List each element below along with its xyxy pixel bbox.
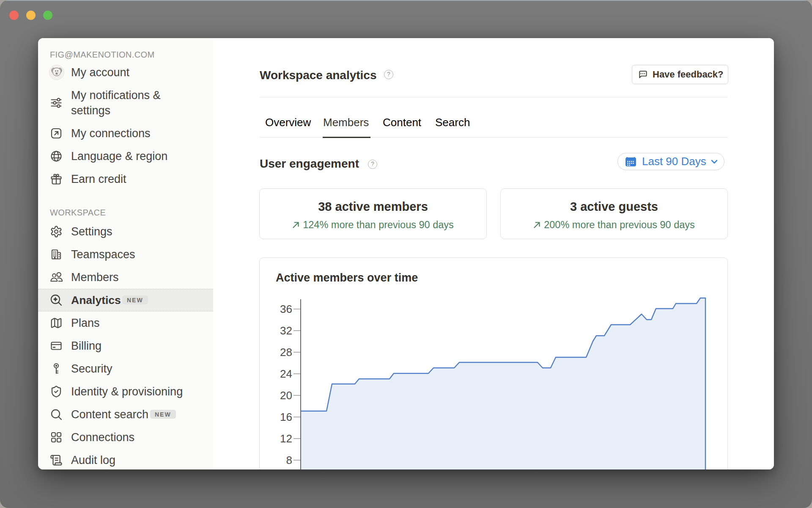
svg-text:8: 8 [286,454,292,467]
svg-text:12: 12 [280,432,292,445]
svg-text:28: 28 [280,346,292,359]
svg-text:20: 20 [280,389,292,402]
svg-text:32: 32 [280,324,292,337]
svg-text:24: 24 [280,367,292,380]
svg-text:16: 16 [280,411,292,423]
svg-text:36: 36 [280,303,292,315]
